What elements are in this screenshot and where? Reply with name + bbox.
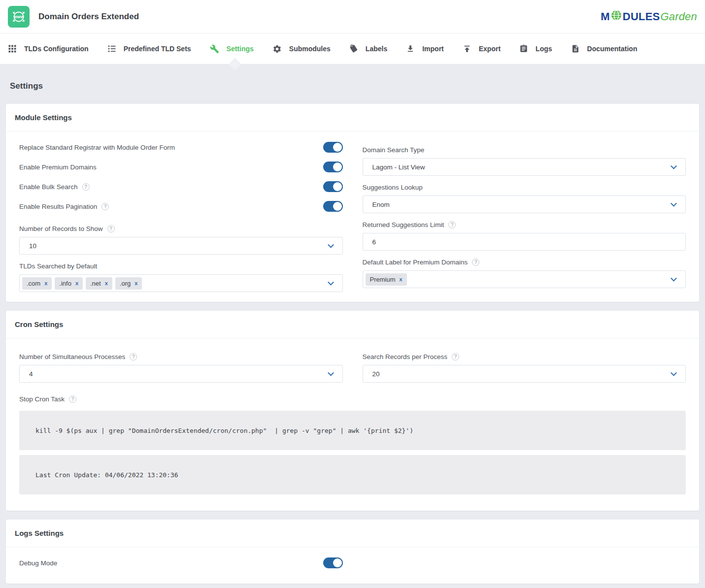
replace-registrar-label: Replace Standard Registrar with Module O… (19, 144, 175, 151)
stop-cron-section: Stop Cron Task ? kill -9 $(ps aux | grep… (19, 383, 686, 494)
module-settings-right-column: Domain Search Type Lagom - List View Sug… (363, 137, 686, 292)
records-per-process-value: 20 (372, 370, 380, 378)
premium-domains-label: Enable Premium Domains (19, 163, 97, 171)
logo-text-garden: Garden (660, 10, 697, 23)
gear-icon (272, 44, 282, 54)
results-pagination-label: Enable Results Pagination (19, 203, 97, 210)
remove-tag-icon[interactable]: x (105, 280, 108, 286)
records-per-process-select[interactable]: 20 (363, 365, 686, 383)
tab-label: Predefined TLD Sets (124, 45, 191, 53)
tld-tag: .org x (115, 277, 142, 290)
tab-import[interactable]: Import (406, 33, 444, 64)
logs-icon (519, 44, 528, 53)
logs-settings-card: Logs Settings Debug Mode (6, 520, 699, 584)
suggestions-lookup-select[interactable]: Enom (363, 196, 686, 213)
tab-submodules[interactable]: Submodules (272, 33, 331, 64)
tab-label: Labels (366, 45, 387, 53)
domain-search-type-select[interactable]: Lagom - List View (363, 158, 686, 176)
module-nav: TLDs Configuration Predefined TLD Sets S… (0, 33, 705, 65)
bulk-search-row: Enable Bulk Search ? (19, 177, 343, 196)
suggestions-limit-input[interactable]: 6 (363, 233, 686, 251)
premium-label-label-row: Default Label for Premium Domains ? (363, 259, 686, 266)
premium-domains-toggle[interactable] (323, 162, 343, 172)
help-icon[interactable]: ? (452, 353, 459, 360)
debug-mode-label: Debug Mode (19, 559, 57, 567)
bulk-search-toggle[interactable] (323, 181, 343, 192)
tld-tag: .info x (55, 277, 83, 290)
chevron-down-icon (328, 370, 334, 376)
help-icon[interactable]: ? (448, 221, 456, 229)
results-pagination-toggle[interactable] (323, 201, 343, 212)
remove-tag-icon[interactable]: x (134, 280, 137, 286)
records-to-show-label-row: Number of Records to Show ? (19, 225, 343, 232)
help-icon[interactable]: ? (130, 353, 137, 360)
remove-tag-icon[interactable]: x (75, 280, 78, 286)
help-icon[interactable]: ? (472, 259, 479, 266)
tab-export[interactable]: Export (463, 33, 501, 64)
stop-cron-label-row: Stop Cron Task ? (19, 395, 686, 403)
records-to-show-select[interactable]: 10 (19, 237, 343, 255)
replace-registrar-row: Replace Standard Registrar with Module O… (19, 137, 343, 157)
chevron-down-icon (671, 275, 677, 282)
chevron-down-icon (328, 242, 334, 248)
wrench-icon (210, 44, 219, 54)
tab-documentation[interactable]: Documentation (571, 33, 638, 64)
last-cron-update: Last Cron Update: 04/06/2022 13:20:36 (19, 455, 686, 494)
records-to-show-value: 10 (29, 242, 36, 250)
debug-mode-row: Debug Mode (19, 553, 343, 573)
replace-registrar-toggle[interactable] (323, 142, 343, 153)
logo-text-dules: DULES (623, 10, 660, 23)
module-settings-card: Module Settings Replace Standard Registr… (6, 104, 699, 302)
help-icon[interactable]: ? (107, 225, 115, 232)
cron-settings-card: Cron Settings Number of Simultaneous Pro… (6, 311, 699, 511)
svg-text:WWW: WWW (13, 15, 24, 19)
premium-label-select[interactable]: Premium x (363, 270, 686, 288)
results-pagination-row: Enable Results Pagination ? (19, 196, 343, 216)
tab-labels[interactable]: Labels (349, 33, 387, 64)
simultaneous-processes-value: 4 (29, 370, 33, 378)
stop-cron-command: kill -9 $(ps aux | grep "DomainOrdersExt… (19, 411, 686, 450)
list-icon (107, 44, 116, 53)
suggestions-lookup-value: Enom (372, 201, 390, 208)
remove-tag-icon[interactable]: x (400, 276, 403, 282)
tab-label: Import (422, 45, 444, 53)
simultaneous-processes-label-row: Number of Simultaneous Processes ? (19, 353, 343, 360)
tlds-searched-select[interactable]: .com x .info x .net x .org x (19, 274, 343, 292)
tab-predefined-tld-sets[interactable]: Predefined TLD Sets (107, 33, 191, 64)
cron-left-column: Number of Simultaneous Processes ? 4 (19, 344, 343, 383)
premium-domains-row: Enable Premium Domains (19, 157, 343, 177)
page-title: Settings (10, 81, 695, 91)
suggestions-limit-label-row: Returned Suggestions Limit ? (363, 221, 686, 229)
suggestions-limit-value: 6 (372, 238, 376, 246)
tab-logs[interactable]: Logs (519, 33, 552, 64)
tab-label: Submodules (289, 45, 331, 53)
logs-settings-title: Logs Settings (6, 520, 699, 547)
tld-tag: .net x (86, 277, 112, 290)
help-icon[interactable]: ? (69, 395, 76, 403)
tab-settings[interactable]: Settings (210, 33, 254, 64)
help-icon[interactable]: ? (101, 203, 109, 210)
debug-mode-toggle[interactable] (323, 557, 343, 568)
premium-tag: Premium x (366, 273, 407, 286)
tab-tlds-configuration[interactable]: TLDs Configuration (8, 33, 89, 64)
logs-left-column: Debug Mode (19, 553, 343, 573)
app-globe-icon: WWW (8, 6, 30, 28)
records-to-show-label: Number of Records to Show (19, 225, 103, 232)
modulesgarden-logo: M DULES Garden (601, 9, 697, 24)
grid-icon (8, 44, 17, 53)
tab-label: Logs (536, 45, 552, 53)
help-icon[interactable]: ? (82, 183, 90, 191)
domain-search-type-value: Lagom - List View (372, 163, 425, 171)
chevron-down-icon (671, 163, 677, 169)
cron-right-column: Search Records per Process ? 20 (363, 344, 686, 383)
simultaneous-processes-select[interactable]: 4 (19, 365, 343, 383)
logo-globe-icon (610, 9, 622, 24)
records-per-process-label-row: Search Records per Process ? (363, 353, 686, 360)
remove-tag-icon[interactable]: x (44, 280, 47, 286)
labels-icon (349, 44, 358, 53)
tab-label: Settings (227, 45, 254, 53)
tab-label: TLDs Configuration (24, 45, 89, 53)
chevron-down-icon (328, 279, 334, 286)
module-settings-title: Module Settings (6, 104, 699, 131)
suggestions-lookup-label: Suggestions Lookup (363, 184, 686, 191)
